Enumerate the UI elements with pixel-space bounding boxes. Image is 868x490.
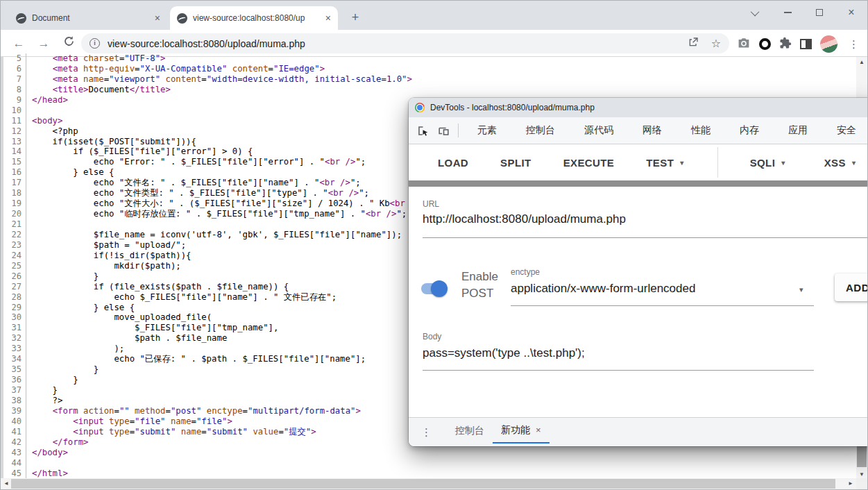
drawer-tab[interactable]: 控制台 (447, 418, 493, 443)
hackbar-horizontal-scrollbar[interactable] (409, 180, 868, 187)
source-line-text: echo "临时存放位置: " . $_FILES["file"]["tmp_n… (26, 209, 407, 219)
devtools-titlebar[interactable]: DevTools - localhost:8080/upload/muma.ph… (409, 98, 868, 117)
close-icon[interactable]: × (536, 425, 541, 435)
devtools-tab-5[interactable]: 内存 (725, 124, 774, 137)
tab-close-icon[interactable]: × (155, 13, 160, 23)
forward-icon[interactable]: → (35, 35, 52, 52)
url-field-input[interactable]: http://localhost:8080/upload/muma.php (423, 212, 626, 226)
ring-extension-icon[interactable] (759, 38, 771, 50)
hackbar-group-main: LOADSPLITEXECUTETEST▾ (438, 157, 684, 169)
dropdown-caret-icon: ▾ (781, 159, 785, 167)
hackbar-button-split[interactable]: SPLIT (500, 157, 531, 169)
source-line-text: <title>Document</title> (26, 85, 171, 95)
scroll-left-icon[interactable]: ◄ (1, 478, 11, 489)
source-line: 45</html> (4, 468, 858, 479)
source-line-text: ?> (26, 396, 62, 406)
line-number: 45 (4, 468, 26, 479)
hackbar-button-xss[interactable]: XSS▾ (824, 157, 856, 169)
bookmark-star-icon[interactable]: ☆ (711, 37, 721, 50)
line-number: 14 (4, 146, 26, 157)
line-number: 32 (4, 333, 26, 344)
divider (458, 124, 459, 137)
line-number: 30 (4, 312, 26, 323)
reload-icon[interactable] (60, 35, 77, 52)
line-number: 15 (4, 157, 26, 167)
add-button[interactable]: ADD (835, 273, 868, 301)
source-line-text: <?php (26, 126, 78, 137)
source-line-text: ); (26, 344, 124, 354)
device-toolbar-icon[interactable] (436, 123, 451, 138)
hackbar-button-sqli[interactable]: SQLI▾ (750, 157, 785, 169)
dropdown-caret-icon: ▾ (680, 159, 683, 167)
hackbar-button-load[interactable]: LOAD (438, 157, 468, 169)
line-number: 42 (4, 437, 26, 448)
info-icon[interactable]: i (90, 38, 100, 49)
source-line: 5 <meta charset="UTF-8"> (4, 53, 858, 64)
browser-window: Document × view-source:localhost:8080/up… (0, 0, 868, 490)
browser-menu-kebab-icon[interactable]: ⋮ (846, 38, 862, 51)
dropdown-caret-icon[interactable]: ▾ (799, 285, 803, 294)
source-line-text: <body> (26, 116, 62, 126)
body-field-underline (423, 370, 814, 371)
new-tab-button[interactable]: + (346, 9, 364, 27)
horizontal-scrollbar-thumb[interactable] (11, 479, 835, 489)
devtools-tab-6[interactable]: 应用 (774, 124, 822, 137)
devtools-tab-4[interactable]: 性能 (676, 124, 725, 137)
hackbar-button-test[interactable]: TEST▾ (646, 157, 683, 169)
source-line-text: } (26, 271, 99, 282)
line-number: 43 (4, 448, 26, 458)
devtools-tab-7[interactable]: 安全 (822, 124, 868, 137)
browser-tab-view-source[interactable]: view-source:localhost:8080/up × (170, 6, 338, 30)
enable-post-toggle[interactable] (421, 283, 446, 294)
line-number: 37 (4, 385, 26, 396)
side-panel-icon[interactable] (800, 39, 812, 49)
devtools-tab-2[interactable]: 源代码 (570, 124, 628, 137)
devtools-tab-1[interactable]: 控制台 (511, 124, 570, 137)
profile-avatar[interactable] (820, 35, 837, 53)
source-line-text: mkdir($path); (26, 261, 181, 271)
address-url[interactable]: view-source:localhost:8080/upload/muma.p… (108, 38, 682, 49)
devtools-tab-3[interactable]: 网络 (628, 124, 676, 137)
line-number: 21 (4, 219, 26, 230)
dropdown-caret-icon: ▾ (852, 159, 856, 167)
browser-tab-document[interactable]: Document × (9, 6, 167, 30)
line-number: 23 (4, 240, 26, 251)
body-field-input[interactable]: pass=system('type ..\test.php'); (423, 346, 585, 360)
source-line-text: echo "已保存: " . $path . $_FILES["file"]["… (26, 354, 366, 364)
maximize-button[interactable] (803, 1, 835, 24)
source-line-text: <input type="submit" name="submit" value… (26, 427, 316, 437)
enctype-select[interactable]: application/x-www-form-urlencoded (511, 282, 695, 296)
hackbar-button-execute[interactable]: EXECUTE (563, 157, 615, 169)
enctype-field-label: enctype (511, 267, 540, 277)
screenshot-extension-icon[interactable] (737, 37, 751, 52)
horizontal-scrollbar[interactable]: ◄ ► (1, 478, 856, 489)
drawer-tab[interactable]: 新功能× (493, 418, 550, 443)
line-number: 6 (4, 64, 26, 74)
inspect-element-icon[interactable] (415, 123, 430, 138)
close-button[interactable]: × (835, 1, 867, 24)
source-line-text (26, 458, 32, 468)
profile-chevron-icon[interactable] (740, 1, 772, 24)
scroll-up-icon[interactable]: ▲ (856, 59, 867, 65)
share-icon[interactable] (688, 37, 699, 51)
extensions-puzzle-icon[interactable] (779, 37, 792, 52)
drawer-menu-kebab-icon[interactable]: ⋮ (421, 426, 432, 439)
back-icon[interactable]: ← (10, 35, 27, 52)
tab-close-icon[interactable]: × (325, 13, 331, 23)
source-line-text: <meta name="viewport" content="width=dev… (26, 74, 412, 85)
address-bar[interactable]: i view-source:localhost:8080/upload/muma… (81, 33, 729, 53)
chrome-logo-icon (415, 103, 425, 112)
minimize-button[interactable] (772, 1, 803, 24)
source-line: 7 <meta name="viewport" content="width=d… (4, 74, 858, 85)
source-line-text: $file_name = iconv('utf-8', 'gbk', $_FIL… (26, 230, 402, 240)
source-line-text: } else { (26, 303, 135, 313)
source-line-text: echo "文件名: " . $_FILES["file"]["name"] .… (26, 178, 361, 188)
source-line-text: if(isset($_POST["submit"])){ (26, 137, 196, 147)
tab-strip: Document × view-source:localhost:8080/up… (1, 1, 867, 30)
scroll-right-icon[interactable]: ► (846, 478, 856, 489)
source-line-text: </body> (26, 448, 68, 458)
page-favicon (16, 13, 26, 24)
scroll-down-icon[interactable]: ▼ (856, 471, 867, 478)
source-line-text: } (26, 385, 58, 396)
devtools-tab-0[interactable]: 元素 (463, 124, 511, 137)
